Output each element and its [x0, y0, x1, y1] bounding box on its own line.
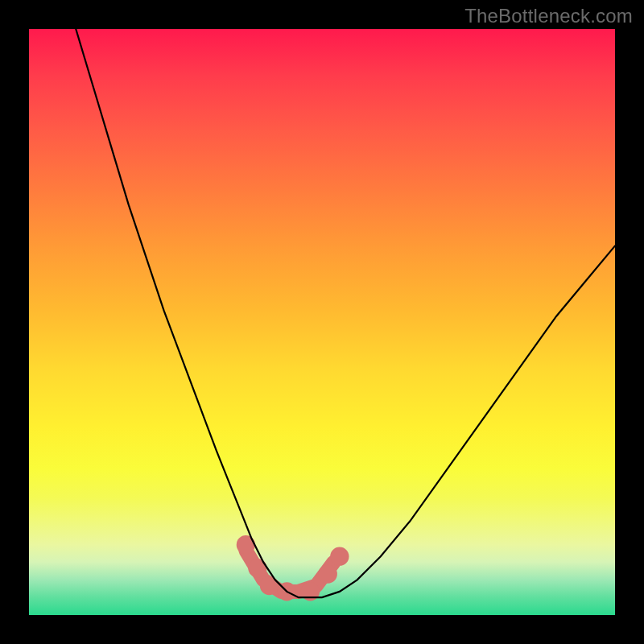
optimal-marker-dot [237, 535, 255, 554]
watermark-text: TheBottleneck.com [464, 5, 633, 27]
optimal-zone-dots [237, 535, 349, 601]
plot-area [29, 29, 615, 615]
optimal-marker-dot [260, 576, 279, 595]
optimal-marker-dot [330, 547, 349, 566]
chart-svg [29, 29, 615, 615]
bottleneck-curve [76, 29, 615, 597]
optimal-marker-dot [248, 559, 266, 577]
optimal-marker-dot [319, 564, 337, 583]
chart-frame: TheBottleneck.com [0, 0, 644, 644]
